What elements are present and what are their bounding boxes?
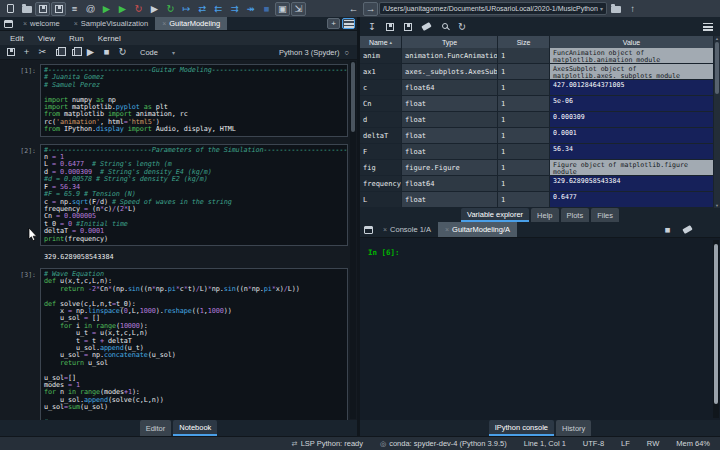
table-cell[interactable]: 0.000309 xyxy=(550,112,714,128)
tab-variable-explorer[interactable]: Variable explorer xyxy=(461,208,529,222)
tab-plots[interactable]: Plots xyxy=(561,208,590,222)
table-cell[interactable]: Figure object of matplotlib.figure modul… xyxy=(550,160,714,176)
run-cell-btn-icon[interactable]: ▶ xyxy=(84,45,97,59)
table-row[interactable]: animanimation.FuncAnimation1FuncAnimatio… xyxy=(360,48,714,64)
table-cell[interactable]: float xyxy=(402,128,498,144)
new-file-icon[interactable] xyxy=(3,2,18,16)
panes-layout-icon[interactable]: ▣ xyxy=(275,2,290,16)
table-cell[interactable]: 329.6289058543384 xyxy=(550,176,714,192)
interrupt-console-icon[interactable]: ■ xyxy=(660,223,675,237)
notebook-scrollbar[interactable] xyxy=(350,61,356,419)
save-data-as-icon[interactable] xyxy=(401,20,415,34)
open-folder-icon[interactable] xyxy=(19,2,34,16)
table-cell[interactable]: animation.FuncAnimation xyxy=(402,48,498,64)
table-cell[interactable]: 1 xyxy=(498,144,550,160)
table-row[interactable]: frequencyfloat641329.6289058543384 xyxy=(360,176,714,192)
stop-debug-icon[interactable]: ■ xyxy=(259,2,274,16)
table-cell[interactable]: 56.34 xyxy=(550,144,714,160)
tab-ipython-console[interactable]: IPython console xyxy=(489,420,554,436)
reset-namespace-icon[interactable] xyxy=(419,20,433,34)
new-tab-button[interactable]: + xyxy=(327,18,340,29)
preferences-wrench-icon[interactable] xyxy=(312,2,327,16)
menu-run[interactable]: Run xyxy=(69,34,84,43)
table-cell[interactable]: 1 xyxy=(498,112,550,128)
table-row[interactable]: ax1axes._subplots.AxesSubplot1AxesSubplo… xyxy=(360,64,714,80)
console-options-icon[interactable] xyxy=(700,223,715,237)
tab-notebook[interactable]: Notebook xyxy=(173,420,217,436)
run-cell-icon[interactable]: ▶ xyxy=(115,2,130,16)
table-row[interactable]: Cnfloat15e-06 xyxy=(360,96,714,112)
tab-guitarmodeling-a[interactable]: ×GuitarModeling/A xyxy=(438,222,517,237)
table-row[interactable]: Lfloat10.6477 xyxy=(360,192,714,208)
table-cell[interactable]: 427.00128464371005 xyxy=(550,80,714,96)
cut-cells-icon[interactable]: ✂ xyxy=(36,45,49,59)
table-cell[interactable]: float xyxy=(402,112,498,128)
cell-type-select[interactable]: Code xyxy=(140,48,158,57)
table-row[interactable]: dfloat10.000309 xyxy=(360,112,714,128)
table-row[interactable]: cfloat641427.00128464371005 xyxy=(360,80,714,96)
menu-kernel[interactable]: Kernel xyxy=(98,34,121,43)
variable-explorer-options-icon[interactable] xyxy=(701,20,715,34)
console-scrollbar[interactable] xyxy=(713,240,719,418)
debug-file-icon[interactable]: ↦ xyxy=(179,2,194,16)
table-cell[interactable]: d xyxy=(360,112,402,128)
table-row[interactable]: deltaTfloat10.0001 xyxy=(360,128,714,144)
column-header-type[interactable]: Type xyxy=(402,36,498,48)
import-data-icon[interactable]: ↧ xyxy=(365,20,379,34)
close-icon[interactable]: × xyxy=(383,226,387,233)
table-cell[interactable]: float xyxy=(402,144,498,160)
table-cell[interactable]: ax1 xyxy=(360,64,402,80)
tabbar-menu-button[interactable] xyxy=(342,18,355,29)
debug-continue-icon[interactable]: ↠ xyxy=(243,2,258,16)
close-icon[interactable]: × xyxy=(74,20,78,27)
open-dir-icon[interactable] xyxy=(608,2,623,16)
table-cell[interactable]: 0.0001 xyxy=(550,128,714,144)
table-cell[interactable]: 0.6477 xyxy=(550,192,714,208)
table-cell[interactable]: deltaT xyxy=(360,128,402,144)
tab-files[interactable]: Files xyxy=(591,208,619,222)
debug-step-into-icon[interactable]: ⇇ xyxy=(211,2,226,16)
cell-code[interactable]: # Wave Equationdef u(x,t,c,L,n): return … xyxy=(40,268,348,420)
tab-history[interactable]: History xyxy=(556,420,591,436)
table-cell[interactable]: anim xyxy=(360,48,402,64)
table-cell[interactable]: 1 xyxy=(498,48,550,64)
debug-step-return-icon[interactable]: ⇉ xyxy=(227,2,242,16)
table-cell[interactable]: fig xyxy=(360,160,402,176)
browse-tabs-icon[interactable] xyxy=(360,222,376,237)
table-cell[interactable]: F xyxy=(360,144,402,160)
notebook-cell[interactable]: [1]:#--------------------------Guitar Mo… xyxy=(0,64,348,137)
table-cell[interactable]: figure.Figure xyxy=(402,160,498,176)
save-data-icon[interactable] xyxy=(383,20,397,34)
outline-icon[interactable]: ≡ xyxy=(67,2,82,16)
table-cell[interactable]: float xyxy=(402,192,498,208)
run-selection-icon[interactable]: ▶ xyxy=(147,2,162,16)
table-cell[interactable]: FuncAnimation object of matplotlib.anima… xyxy=(550,48,714,64)
table-cell[interactable]: 1 xyxy=(498,160,550,176)
save-notebook-icon[interactable] xyxy=(4,45,17,59)
clear-console-icon[interactable] xyxy=(680,223,695,237)
parent-dir-icon[interactable]: ↑ xyxy=(625,2,640,16)
tab-guitarmodeling[interactable]: ×GuitarModeling xyxy=(155,17,227,30)
cell-code[interactable]: #--------------------------Guitar Modeli… xyxy=(40,64,348,137)
variable-table-header[interactable]: Name▴TypeSizeValue xyxy=(360,36,714,48)
table-cell[interactable]: 1 xyxy=(498,80,550,96)
table-cell[interactable]: 1 xyxy=(498,128,550,144)
table-cell[interactable]: 1 xyxy=(498,96,550,112)
table-cell[interactable]: 1 xyxy=(498,176,550,192)
table-cell[interactable]: float64 xyxy=(402,176,498,192)
browse-tabs-icon[interactable] xyxy=(0,17,16,30)
tab-help[interactable]: Help xyxy=(531,208,558,222)
column-header-name[interactable]: Name▴ xyxy=(360,36,402,48)
table-cell[interactable]: Cn xyxy=(360,96,402,112)
rerun-last-cell-icon[interactable]: ↻ xyxy=(163,2,178,16)
variable-table-scrollbar[interactable]: ▲▼ xyxy=(714,36,720,208)
save-all-icon[interactable] xyxy=(51,2,66,16)
menu-edit[interactable]: Edit xyxy=(10,34,24,43)
menu-view[interactable]: View xyxy=(38,34,55,43)
close-icon[interactable]: × xyxy=(445,226,449,233)
table-cell[interactable]: float64 xyxy=(402,80,498,96)
copy-cells-icon[interactable] xyxy=(52,45,65,59)
interrupt-kernel-icon[interactable]: ■ xyxy=(100,45,113,59)
python-env-icon[interactable] xyxy=(329,2,344,16)
column-header-size[interactable]: Size xyxy=(498,36,550,48)
